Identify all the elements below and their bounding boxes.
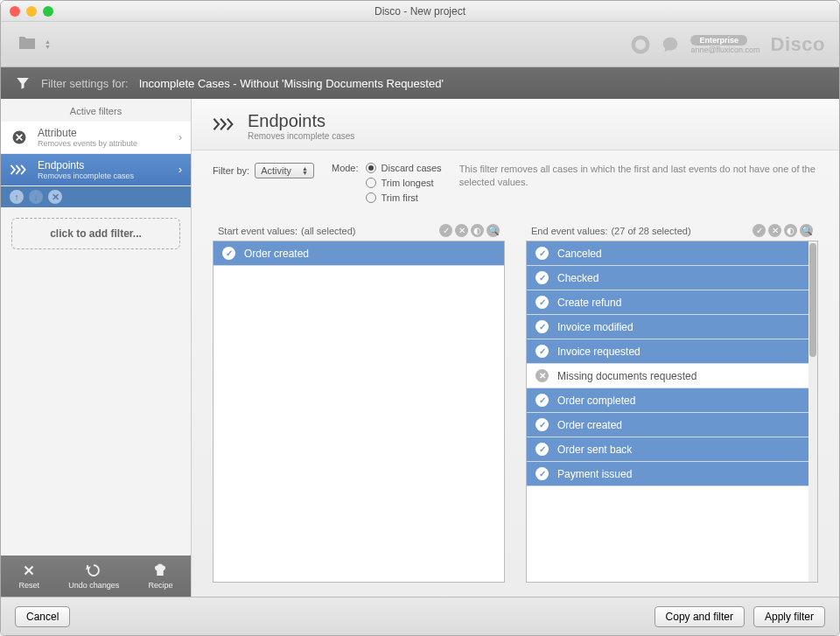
- scrollbar[interactable]: [808, 241, 817, 582]
- list-item-label: Order created: [244, 248, 309, 260]
- deselect-all-button[interactable]: ✕: [455, 224, 468, 237]
- endpoints-icon: [10, 160, 29, 179]
- dropdown-arrows-icon: ▲▼: [302, 166, 308, 175]
- list-item[interactable]: Order completed: [527, 388, 817, 413]
- sort-icon[interactable]: ▲▼: [45, 39, 51, 50]
- list-item[interactable]: Invoice modified: [527, 315, 817, 339]
- checked-icon: [536, 345, 549, 358]
- footer: Cancel Copy and filter Apply filter: [1, 597, 839, 635]
- delete-filter-button[interactable]: ✕: [48, 190, 62, 204]
- checked-icon: [536, 467, 549, 480]
- start-panel-status: (all selected): [301, 226, 355, 236]
- mode-label: Trim first: [382, 192, 418, 203]
- search-button[interactable]: 🔍: [800, 224, 813, 237]
- chevron-right-icon: ›: [178, 164, 182, 176]
- sidebar-item-label: Attribute: [38, 127, 170, 139]
- apply-filter-button[interactable]: Apply filter: [753, 606, 825, 627]
- list-item-label: Invoice modified: [557, 321, 634, 333]
- svg-point-0: [634, 37, 648, 52]
- list-item[interactable]: Payment issued: [527, 462, 817, 486]
- move-down-button[interactable]: ↓: [29, 190, 43, 204]
- radio-icon: [366, 178, 376, 188]
- invert-button[interactable]: ◐: [784, 224, 797, 237]
- app-logo: Disco: [771, 33, 825, 56]
- checked-icon: [536, 418, 549, 431]
- filter-settings-label: Filter settings for:: [41, 77, 129, 90]
- list-item-label: Order sent back: [557, 444, 632, 456]
- list-item[interactable]: Order sent back: [527, 437, 817, 462]
- end-panel-status: (27 of 28 selected): [611, 226, 690, 236]
- checked-icon: [536, 320, 549, 333]
- start-panel-header: Start event values: (all selected) ✓ ✕ ◐…: [213, 220, 505, 241]
- main-title: Endpoints: [248, 111, 354, 131]
- end-values-list[interactable]: CanceledCheckedCreate refundInvoice modi…: [526, 241, 818, 583]
- unchecked-icon: [536, 369, 549, 382]
- recipe-button[interactable]: Recipe: [148, 563, 172, 590]
- deselect-all-button[interactable]: ✕: [768, 224, 781, 237]
- toolbar-left: ▲▼: [15, 32, 51, 57]
- scrollbar-thumb[interactable]: [809, 243, 816, 357]
- sidebar-bottom-toolbar: Reset Undo changes Recipe: [1, 556, 191, 597]
- checked-icon: [536, 394, 549, 407]
- app-window: Disco - New project ▲▼ Enterprise anne@f…: [0, 0, 840, 636]
- list-item-label: Missing documents requested: [557, 370, 696, 382]
- filter-by-label: Filter by:: [213, 165, 249, 176]
- mode-label: Mode:: [332, 163, 359, 203]
- sidebar-item-attribute[interactable]: Attribute Removes events by attribute ›: [1, 122, 191, 154]
- select-all-button[interactable]: ✓: [439, 224, 452, 237]
- folder-icon[interactable]: [15, 32, 39, 57]
- mode-option[interactable]: Trim first: [366, 192, 442, 203]
- list-item[interactable]: Order created: [527, 413, 817, 437]
- add-filter-button[interactable]: click to add filter...: [11, 218, 180, 249]
- mode-label: Trim longest: [382, 178, 434, 188]
- start-values-list[interactable]: Order created: [213, 241, 505, 583]
- list-item[interactable]: Checked: [527, 266, 817, 290]
- checked-icon: [222, 247, 235, 260]
- help-text: This filter removes all cases in which t…: [459, 163, 818, 190]
- content: Active filters Attribute Removes events …: [1, 99, 839, 597]
- invert-button[interactable]: ◐: [471, 224, 484, 237]
- mode-option[interactable]: Trim longest: [366, 178, 442, 188]
- radio-icon: [366, 192, 376, 203]
- donut-icon[interactable]: [631, 35, 650, 54]
- select-all-button[interactable]: ✓: [752, 224, 766, 237]
- sidebar-header: Active filters: [1, 99, 191, 122]
- reset-label: Reset: [19, 581, 40, 590]
- chat-icon[interactable]: [661, 35, 680, 54]
- cancel-button[interactable]: Cancel: [15, 606, 70, 627]
- list-item-label: Order completed: [557, 395, 635, 407]
- recipe-label: Recipe: [148, 581, 172, 590]
- end-panel-label: End event values:: [531, 226, 607, 236]
- search-button[interactable]: 🔍: [486, 224, 500, 237]
- sidebar-item-label: Endpoints: [38, 159, 170, 171]
- account-badge[interactable]: Enterprise anne@fluxicon.com: [690, 35, 760, 54]
- attribute-icon: [10, 128, 29, 147]
- filter-settings-bar: Filter settings for: Incomplete Cases - …: [1, 67, 839, 99]
- list-item-label: Invoice requested: [557, 346, 640, 358]
- copy-and-filter-button[interactable]: Copy and filter: [654, 606, 745, 627]
- filter-by-dropdown[interactable]: Activity ▲▼: [255, 163, 314, 178]
- reset-button[interactable]: Reset: [19, 563, 40, 590]
- account-email: anne@fluxicon.com: [690, 45, 760, 54]
- radio-icon: [366, 163, 376, 173]
- list-item[interactable]: Order created: [214, 241, 504, 266]
- move-up-button[interactable]: ↑: [10, 190, 24, 204]
- value-panels: Start event values: (all selected) ✓ ✕ ◐…: [192, 215, 839, 597]
- titlebar: Disco - New project: [1, 1, 839, 22]
- checked-icon: [536, 247, 549, 260]
- checked-icon: [536, 296, 549, 309]
- list-item[interactable]: Invoice requested: [527, 339, 817, 364]
- filter-by-value: Activity: [261, 165, 291, 176]
- main-subtitle: Removes incomplete cases: [248, 131, 354, 141]
- list-item[interactable]: Create refund: [527, 290, 817, 315]
- options-row: Filter by: Activity ▲▼ Mode: Discard cas…: [192, 150, 839, 215]
- list-item-label: Payment issued: [557, 468, 632, 480]
- mode-option[interactable]: Discard cases: [366, 163, 442, 173]
- start-values-panel: Start event values: (all selected) ✓ ✕ ◐…: [213, 220, 505, 583]
- funnel-icon: [15, 75, 31, 91]
- undo-button[interactable]: Undo changes: [68, 563, 119, 590]
- sidebar-item-desc: Removes incomplete cases: [38, 171, 170, 180]
- list-item[interactable]: Canceled: [527, 241, 817, 266]
- sidebar-item-endpoints[interactable]: Endpoints Removes incomplete cases ›: [1, 154, 191, 186]
- list-item[interactable]: Missing documents requested: [527, 364, 817, 388]
